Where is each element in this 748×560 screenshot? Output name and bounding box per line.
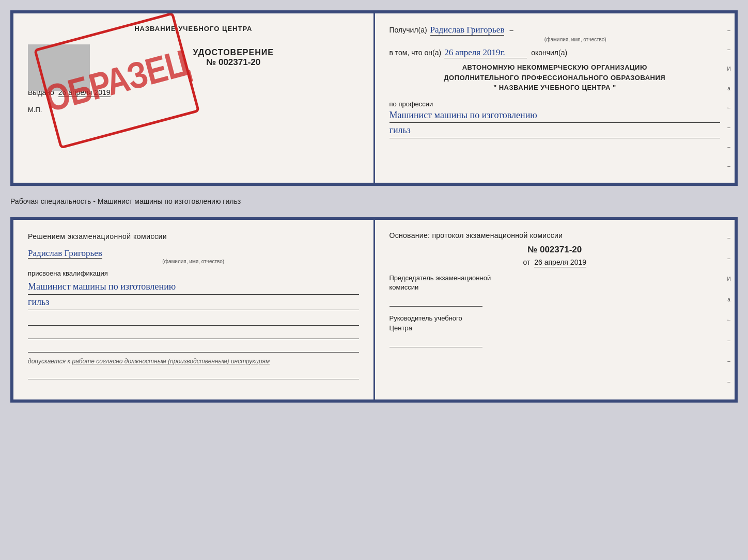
chairman-sig-line — [389, 295, 482, 307]
chairman-label2: комиссии — [389, 283, 419, 291]
head-sig-line — [389, 336, 482, 347]
qualification-line1: Машинист машины по изготовлению — [28, 279, 359, 295]
side-marks-top: – – И а ← – – – — [723, 13, 735, 183]
допускается-prefix: допускается к — [28, 358, 70, 365]
допускается-underlined: работе согласно должностным (производств… — [72, 358, 270, 365]
komissia-title: Решением экзаменационной комиссии — [28, 231, 359, 242]
page-wrapper: НАЗВАНИЕ УЧЕБНОГО ЦЕНТРА УДОСТОВЕРЕНИЕ №… — [10, 10, 738, 403]
cert-label: УДОСТОВЕРЕНИЕ — [108, 48, 359, 57]
profession-line2: гильз — [389, 123, 721, 138]
date-handwritten: 26 апреля 2019г. — [444, 47, 527, 58]
org-line3: " НАЗВАНИЕ УЧЕБНОГО ЦЕНТРА " — [389, 83, 721, 93]
profession-line1: Машинист машины по изготовлению — [389, 108, 721, 123]
chairman-block: Председатель экзаменационной комиссии — [389, 274, 721, 307]
blank-line-2 — [28, 328, 359, 339]
blank-line-1 — [28, 314, 359, 326]
received-line: Получил(а) Радислав Григорьев – — [389, 25, 721, 36]
name-sublabel: (фамилия, имя, отчество) — [431, 37, 721, 42]
org-block: АВТОНОМНУЮ НЕКОММЕРЧЕСКУЮ ОРГАНИЗАЦИЮ ДО… — [389, 62, 721, 93]
bottom-name-handwritten: Радислав Григорьев — [28, 248, 102, 259]
head-label2: Центра — [389, 324, 412, 332]
org-line2: ДОПОЛНИТЕЛЬНОГО ПРОФЕССИОНАЛЬНОГО ОБРАЗО… — [389, 73, 721, 83]
blank-line-4 — [28, 368, 359, 379]
org-line1: АВТОНОМНУЮ НЕКОММЕРЧЕСКУЮ ОРГАНИЗАЦИЮ — [389, 62, 721, 73]
date-suffix: окончил(а) — [531, 49, 567, 57]
blank-lines — [28, 314, 359, 353]
name-handwritten: Радислав Григорьев — [430, 25, 505, 36]
head-label1: Руководитель учебного — [389, 314, 462, 322]
osnov-title: Основание: протокол экзаменационной коми… — [389, 231, 721, 239]
date-prefix: от — [523, 258, 530, 266]
bottom-date-line: от 26 апреля 2019 — [389, 258, 721, 266]
qualification-line2: гильз — [28, 295, 359, 310]
date-line: в том, что он(а) 26 апреля 2019г. окончи… — [389, 47, 721, 58]
assigned-label: присвоена квалификация — [28, 269, 359, 277]
head-block: Руководитель учебного Центра — [389, 314, 721, 347]
bottom-doc-right: Основание: протокол экзаменационной коми… — [375, 220, 735, 399]
side-marks-bottom: – – И а ← – – – — [723, 220, 735, 399]
blank-line-3 — [28, 341, 359, 353]
dash1: – — [509, 26, 513, 34]
received-prefix: Получил(а) — [389, 26, 427, 34]
top-document: НАЗВАНИЕ УЧЕБНОГО ЦЕНТРА УДОСТОВЕРЕНИЕ №… — [10, 10, 738, 186]
cert-number: № 002371-20 — [108, 57, 359, 68]
bottom-doc-left: Решением экзаменационной комиссии Радисл… — [13, 220, 375, 399]
profession-label: по профессии — [389, 100, 721, 108]
допускается-text: допускается к работе согласно должностны… — [28, 358, 359, 365]
bottom-document: Решением экзаменационной комиссии Радисл… — [10, 217, 738, 403]
top-doc-right: Получил(а) Радислав Григорьев – (фамилия… — [375, 13, 735, 183]
chairman-label1: Председатель экзаменационной — [389, 274, 491, 282]
photo-placeholder — [28, 44, 90, 91]
date-prefix: в том, что он(а) — [389, 49, 442, 57]
bottom-name-sublabel: (фамилия, имя, отчество) — [28, 259, 359, 264]
date-value: 26 апреля 2019 — [534, 258, 586, 267]
top-left-title: НАЗВАНИЕ УЧЕБНОГО ЦЕНТРА — [28, 25, 359, 33]
bottom-name-field: Радислав Григорьев (фамилия, имя, отчест… — [28, 248, 359, 264]
top-doc-left: НАЗВАНИЕ УЧЕБНОГО ЦЕНТРА УДОСТОВЕРЕНИЕ №… — [13, 13, 375, 183]
mp-label: М.П. — [28, 106, 359, 114]
caption-line: Рабочая специальность - Машинист машины … — [10, 195, 738, 207]
protocol-number: № 002371-20 — [389, 245, 721, 255]
